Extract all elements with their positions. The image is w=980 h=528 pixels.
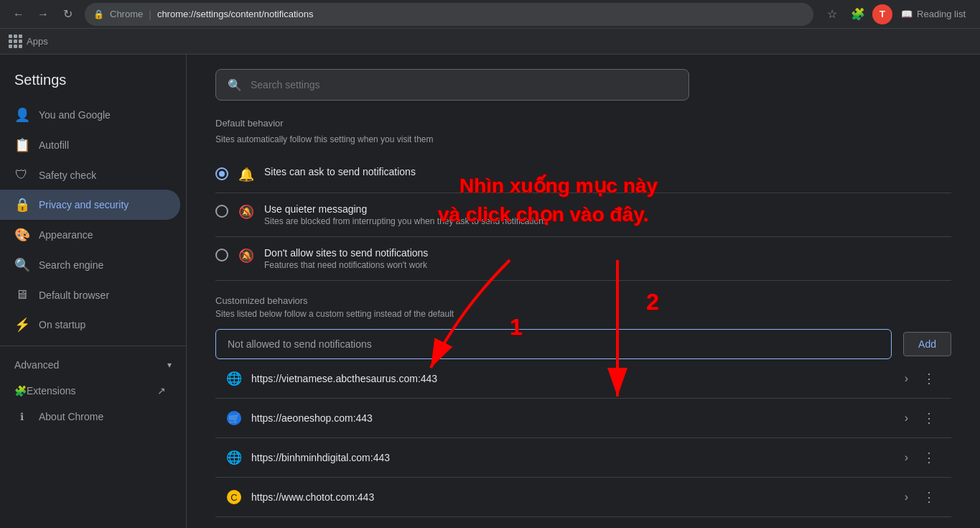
sidebar: Settings 👤 You and Google 📋 Autofill 🛡 S… [0, 55, 187, 528]
sidebar-item-about[interactable]: ℹ About Chrome [0, 404, 180, 430]
sidebar-item-you-google[interactable]: 👤 You and Google [0, 100, 180, 130]
sidebar-item-autofill[interactable]: 📋 Autofill [0, 130, 180, 160]
info-icon: ℹ [14, 411, 29, 422]
radio-label-dont-allow: Don't allow sites to send notifications [264, 247, 951, 259]
bell-icon: 🔔 [238, 167, 254, 182]
sidebar-item-search-engine[interactable]: 🔍 Search engine [0, 250, 180, 280]
lock-nav-icon: 🔒 [14, 197, 29, 213]
radio-quieter-messaging[interactable]: 🔕 Use quieter messaging Sites are blocke… [215, 193, 951, 237]
extensions-nav-icon: 🧩 [14, 385, 27, 397]
customized-section: Customized behaviors Sites listed below … [215, 295, 951, 517]
advanced-section[interactable]: Advanced ▾ [0, 352, 186, 378]
bell-off-icon: 🔕 [238, 248, 254, 264]
site-url-1: https://vietnamese.abcthesaurus.com:443 [251, 373, 895, 384]
power-icon: ⚡ [14, 317, 29, 333]
sidebar-item-safety-check[interactable]: 🛡 Safety check [0, 160, 180, 190]
sidebar-title: Settings [0, 66, 186, 100]
radio-dont-allow[interactable]: 🔕 Don't allow sites to send notification… [215, 237, 951, 281]
not-allowed-row: Not allowed to send notifications Add [215, 329, 951, 359]
customized-title: Customized behaviors [215, 295, 951, 306]
radio-sublabel-quieter: Sites are blocked from interrupting you … [264, 216, 951, 226]
more-menu-icon-1[interactable]: ⋮ [918, 368, 940, 389]
sidebar-label-appearance: Appearance [39, 229, 93, 241]
sidebar-label-search-engine: Search engine [39, 259, 103, 271]
reading-list-button[interactable]: 📖 Reading list [895, 6, 971, 22]
radio-circle-quieter [215, 205, 228, 218]
apps-bar: Apps [0, 29, 980, 55]
search-input[interactable] [251, 79, 677, 91]
more-menu-icon-2[interactable]: ⋮ [918, 407, 940, 429]
site-list: 🌐 https://vietnamese.abcthesaurus.com:44… [215, 359, 951, 517]
apps-label: Apps [27, 36, 48, 47]
default-behavior-title: Default behavior [215, 118, 951, 129]
apps-button[interactable]: Apps [9, 34, 48, 48]
reading-list-label: Reading list [917, 9, 966, 19]
radio-sites-can-ask[interactable]: 🔔 Sites can ask to send notifications [215, 156, 951, 193]
main-container: Settings 👤 You and Google 📋 Autofill 🛡 S… [0, 55, 980, 528]
site-url-3: https://binhminhdigital.com:443 [251, 452, 895, 463]
radio-label-sites-can-ask: Sites can ask to send notifications [264, 166, 951, 177]
more-menu-icon-3[interactable]: ⋮ [918, 447, 940, 468]
address-separator: | [149, 9, 151, 20]
bell-slash-icon: 🔕 [238, 204, 254, 220]
chevron-right-icon-2[interactable]: › [905, 412, 908, 425]
sidebar-item-on-startup[interactable]: ⚡ On startup [0, 310, 180, 340]
reading-list-icon: 📖 [901, 9, 913, 19]
address-bar[interactable]: 🔒 Chrome | chrome://settings/content/not… [85, 3, 813, 26]
palette-icon: 🎨 [14, 227, 29, 243]
list-item: C https://www.chotot.com:443 › ⋮ [215, 478, 951, 517]
reload-button[interactable]: ↻ [57, 4, 78, 24]
browser-toolbar: ← → ↻ 🔒 Chrome | chrome://settings/conte… [0, 0, 980, 29]
content-area: 🔍 Default behavior Sites automatically f… [187, 55, 980, 528]
sidebar-item-privacy-security[interactable]: 🔒 Privacy and security [0, 190, 180, 220]
yellow-icon-4: C [227, 490, 241, 504]
sidebar-item-appearance[interactable]: 🎨 Appearance [0, 220, 180, 250]
back-button[interactable]: ← [9, 4, 29, 24]
not-allowed-label: Not allowed to send notifications [228, 338, 372, 350]
search-nav-icon: 🔍 [14, 257, 29, 273]
more-menu-icon-4[interactable]: ⋮ [918, 486, 940, 508]
person-icon: 👤 [14, 107, 29, 123]
lock-icon: 🔒 [93, 9, 104, 19]
site-url-2: https://aeoneshop.com:443 [251, 412, 895, 424]
list-item: 🌐 https://binhminhdigital.com:443 › ⋮ [215, 438, 951, 478]
radio-sublabel-dont-allow: Features that need notifications won't w… [264, 260, 951, 270]
sidebar-divider [0, 346, 186, 346]
sidebar-item-extensions[interactable]: 🧩 Extensions ↗ [0, 378, 180, 404]
sidebar-label-default-browser: Default browser [39, 290, 109, 301]
chevron-down-icon: ▾ [167, 360, 172, 370]
profile-button[interactable]: T [872, 4, 892, 24]
browser-actions: ☆ 🧩 T 📖 Reading list [821, 3, 971, 26]
search-bar[interactable]: 🔍 [215, 69, 689, 101]
sidebar-label-you-google: You and Google [39, 109, 111, 121]
chevron-right-icon-1[interactable]: › [905, 372, 908, 385]
sidebar-item-default-browser[interactable]: 🖥 Default browser [0, 280, 180, 310]
chevron-right-icon-3[interactable]: › [905, 451, 908, 464]
extensions-button[interactable]: 🧩 [846, 3, 869, 26]
default-behavior-desc: Sites automatically follow this setting … [215, 134, 951, 144]
clipboard-icon: 📋 [14, 137, 29, 153]
list-item: 🌐 https://vietnamese.abcthesaurus.com:44… [215, 359, 951, 399]
sidebar-label-about: About Chrome [39, 411, 103, 422]
radio-label-quieter: Use quieter messaging [264, 203, 951, 215]
not-allowed-header: Not allowed to send notifications [215, 329, 892, 359]
apps-grid-icon [9, 34, 22, 48]
site-label: Chrome [110, 9, 143, 19]
list-item: 🛒 https://aeoneshop.com:443 › ⋮ [215, 399, 951, 438]
shopping-icon-2: 🛒 [227, 411, 241, 425]
add-button[interactable]: Add [903, 332, 951, 356]
advanced-label: Advanced [14, 359, 59, 371]
globe-icon-3: 🌐 [227, 450, 241, 465]
globe-icon-1: 🌐 [227, 371, 241, 386]
chevron-right-icon-4[interactable]: › [905, 491, 908, 504]
nav-buttons: ← → ↻ [9, 4, 78, 24]
sidebar-label-privacy-security: Privacy and security [39, 199, 129, 210]
forward-button[interactable]: → [33, 4, 53, 24]
sidebar-label-autofill: Autofill [39, 139, 69, 151]
star-button[interactable]: ☆ [821, 3, 844, 26]
radio-circle-dont-allow [215, 249, 228, 261]
sidebar-label-safety-check: Safety check [39, 170, 96, 181]
monitor-icon: 🖥 [14, 287, 29, 302]
external-link-icon: ↗ [157, 385, 166, 397]
search-icon: 🔍 [228, 78, 242, 92]
